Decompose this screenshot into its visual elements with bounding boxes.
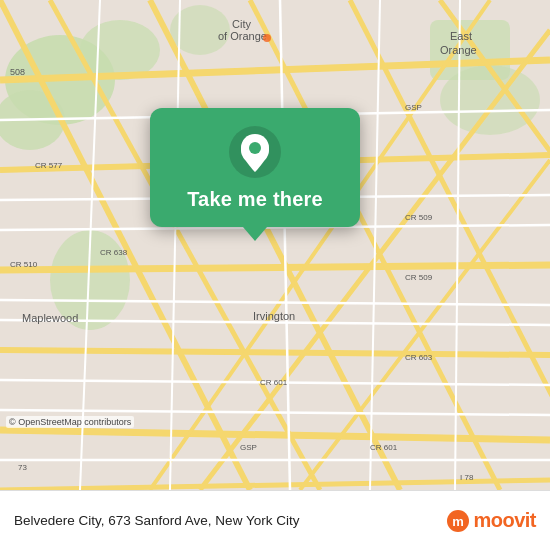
svg-text:I 78: I 78 bbox=[460, 473, 474, 482]
svg-text:CR 510: CR 510 bbox=[10, 260, 38, 269]
svg-point-55 bbox=[263, 34, 271, 42]
svg-text:CR 577: CR 577 bbox=[35, 161, 63, 170]
svg-text:Maplewood: Maplewood bbox=[22, 312, 78, 324]
bottom-bar: Belvedere City, 673 Sanford Ave, New Yor… bbox=[0, 490, 550, 550]
svg-text:CR 603: CR 603 bbox=[405, 353, 433, 362]
svg-text:East: East bbox=[450, 30, 472, 42]
moovit-logo-icon: m bbox=[447, 510, 469, 532]
svg-text:GSP: GSP bbox=[405, 103, 422, 112]
svg-point-58 bbox=[249, 142, 261, 154]
map-attribution: © OpenStreetMap contributors bbox=[6, 416, 134, 428]
svg-text:73: 73 bbox=[18, 463, 27, 472]
svg-point-3 bbox=[80, 20, 160, 80]
svg-text:CR 638: CR 638 bbox=[100, 248, 128, 257]
moovit-wordmark: moovit bbox=[473, 509, 536, 532]
map-container: 508 CR 577 CR 510 CR 638 GSP CR 509 CR 5… bbox=[0, 0, 550, 490]
svg-text:of Orange: of Orange bbox=[218, 30, 267, 42]
address-label: Belvedere City, 673 Sanford Ave, New Yor… bbox=[14, 513, 299, 528]
svg-text:CR 509: CR 509 bbox=[405, 213, 433, 222]
svg-text:m: m bbox=[453, 514, 465, 529]
svg-text:Orange: Orange bbox=[440, 44, 477, 56]
svg-text:CR 601: CR 601 bbox=[260, 378, 288, 387]
svg-text:CR 601: CR 601 bbox=[370, 443, 398, 452]
svg-text:City: City bbox=[232, 18, 251, 30]
location-pin-icon bbox=[229, 126, 281, 178]
svg-text:CR 509: CR 509 bbox=[405, 273, 433, 282]
moovit-logo: m moovit bbox=[447, 509, 536, 532]
svg-text:Irvington: Irvington bbox=[253, 310, 295, 322]
svg-point-6 bbox=[440, 65, 540, 135]
svg-text:GSP: GSP bbox=[240, 443, 257, 452]
popup-card: Take me there bbox=[150, 108, 360, 227]
svg-text:508: 508 bbox=[10, 67, 25, 77]
take-me-there-button[interactable]: Take me there bbox=[187, 188, 323, 211]
